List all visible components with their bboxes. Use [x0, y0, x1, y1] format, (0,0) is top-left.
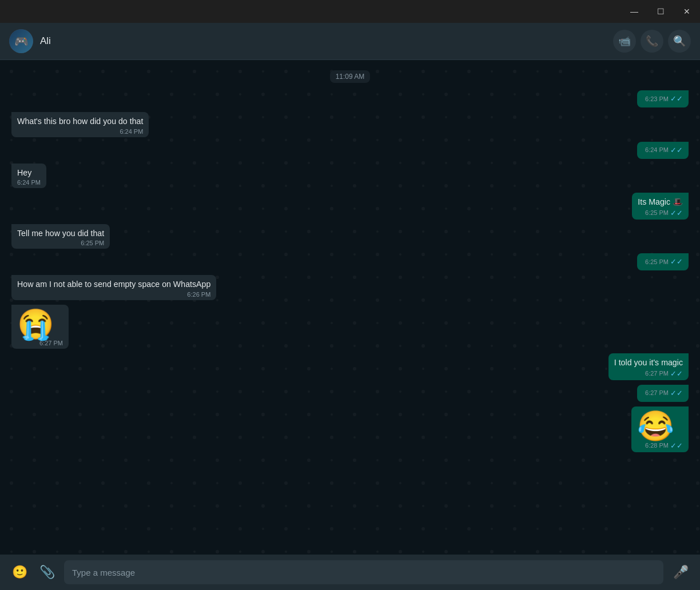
message-time: 6:24 PM	[120, 128, 143, 135]
bubble-outgoing: Its Magic 🎩 6:25 PM ✓✓	[632, 193, 689, 220]
message-time: 6:25 PM	[645, 258, 669, 265]
bubble-meta: 6:27 PM ✓✓	[614, 369, 683, 378]
maximize-button[interactable]: ☐	[647, 0, 674, 23]
message-row: Hey 6:24 PM	[11, 164, 689, 189]
message-text: How am I not able to send empty space on…	[17, 280, 210, 289]
message-input[interactable]	[64, 560, 663, 584]
bubble-meta: 6:26 PM	[17, 291, 210, 298]
minimize-button[interactable]: —	[621, 0, 647, 23]
bubble-meta: 6:24 PM	[17, 179, 41, 186]
message-time: 6:28 PM	[645, 442, 669, 449]
messages-container: 11:09 AM 6:23 PM ✓✓ What's this bro how …	[11, 66, 689, 454]
emoji-display: 😂	[637, 411, 683, 441]
emoji-button[interactable]: 🙂	[9, 562, 30, 583]
bubble-incoming: Hey 6:24 PM	[11, 164, 46, 189]
bubble-meta: 6:25 PM ✓✓	[638, 209, 683, 217]
timestamp-divider: 11:09 AM	[11, 70, 689, 83]
message-time: 6:25 PM	[645, 209, 669, 216]
read-tick: ✓✓	[670, 94, 683, 103]
bubble-meta: 6:25 PM ✓✓	[643, 257, 683, 266]
message-row: What's this bro how did you do that 6:24…	[11, 112, 689, 137]
bubble-outgoing: 6:23 PM ✓✓	[637, 90, 689, 107]
message-row: Its Magic 🎩 6:25 PM ✓✓	[11, 193, 689, 220]
message-time: 6:24 PM	[17, 179, 41, 186]
message-text: Its Magic 🎩	[638, 197, 683, 206]
read-tick: ✓✓	[670, 257, 683, 266]
chat-header: 🎮 Ali 📹 📞 🔍	[0, 23, 700, 60]
avatar[interactable]: 🎮	[9, 29, 33, 53]
bubble-meta: 6:23 PM ✓✓	[643, 94, 683, 103]
message-row: 😂 6:28 PM ✓✓	[11, 406, 689, 452]
read-tick: ✓✓	[670, 441, 683, 450]
title-bar: — ☐ ✕	[0, 0, 700, 23]
attach-button[interactable]: 📎	[37, 562, 57, 583]
read-tick: ✓✓	[670, 209, 683, 217]
message-row: 😭 6:27 PM	[11, 305, 689, 349]
emoji-icon: 🙂	[12, 565, 27, 580]
phone-icon: 📞	[646, 35, 658, 47]
message-row: 6:25 PM ✓✓	[11, 253, 689, 270]
read-tick: ✓✓	[670, 389, 683, 397]
message-text: Hey	[17, 168, 31, 177]
bubble-outgoing: 6:25 PM ✓✓	[637, 253, 689, 270]
chat-footer: 🙂 📎 🎤	[0, 555, 700, 590]
bubble-meta: 6:25 PM	[17, 240, 104, 246]
message-time: 6:27 PM	[645, 370, 669, 377]
contact-name: Ali	[40, 35, 613, 47]
mic-icon: 🎤	[673, 565, 689, 580]
bubble-outgoing-emoji: 😂 6:28 PM ✓✓	[631, 406, 689, 452]
message-text: I told you it's magic	[614, 358, 683, 367]
bubble-outgoing: 6:24 PM ✓✓	[637, 142, 689, 159]
bubble-meta: 6:24 PM	[17, 128, 143, 135]
video-call-button[interactable]: 📹	[613, 30, 636, 53]
message-time: 6:27 PM	[645, 389, 669, 396]
bubble-meta: 6:27 PM ✓✓	[643, 389, 683, 397]
bubble-incoming: Tell me how you did that 6:25 PM	[11, 224, 110, 249]
bubble-incoming: How am I not able to send empty space on…	[11, 275, 216, 300]
header-actions: 📹 📞 🔍	[613, 30, 691, 53]
voice-call-button[interactable]: 📞	[641, 30, 663, 53]
bubble-incoming-emoji: 😭 6:27 PM	[11, 305, 69, 349]
chat-area[interactable]: 11:09 AM 6:23 PM ✓✓ What's this bro how …	[0, 60, 700, 555]
bubble-meta: 6:24 PM ✓✓	[643, 146, 683, 154]
video-call-icon: 📹	[618, 35, 631, 47]
message-time: 6:25 PM	[81, 240, 104, 246]
message-text: Tell me how you did that	[17, 229, 104, 238]
avatar-image: 🎮	[9, 29, 33, 53]
message-time: 6:24 PM	[645, 146, 669, 153]
close-button[interactable]: ✕	[674, 0, 700, 23]
message-row: How am I not able to send empty space on…	[11, 275, 689, 300]
message-time: 6:27 PM	[39, 340, 63, 346]
message-text: What's this bro how did you do that	[17, 117, 143, 126]
bubble-outgoing: I told you it's magic 6:27 PM ✓✓	[608, 353, 689, 380]
message-row: 6:24 PM ✓✓	[11, 142, 689, 159]
message-row: 6:27 PM ✓✓	[11, 385, 689, 402]
search-button[interactable]: 🔍	[668, 30, 691, 53]
read-tick: ✓✓	[670, 146, 683, 154]
mic-button[interactable]: 🎤	[670, 562, 691, 583]
read-tick: ✓✓	[670, 369, 683, 378]
message-row: I told you it's magic 6:27 PM ✓✓	[11, 353, 689, 380]
message-time: 6:26 PM	[187, 291, 210, 298]
bubble-outgoing: 6:27 PM ✓✓	[637, 385, 689, 402]
message-row: 6:23 PM ✓✓	[11, 90, 689, 107]
search-icon: 🔍	[673, 35, 686, 47]
attach-icon: 📎	[39, 565, 55, 580]
divider-time: 11:09 AM	[330, 70, 371, 83]
message-row: Tell me how you did that 6:25 PM	[11, 224, 689, 249]
message-time: 6:23 PM	[645, 95, 669, 102]
bubble-incoming: What's this bro how did you do that 6:24…	[11, 112, 149, 137]
emoji-display: 😭	[17, 309, 63, 339]
